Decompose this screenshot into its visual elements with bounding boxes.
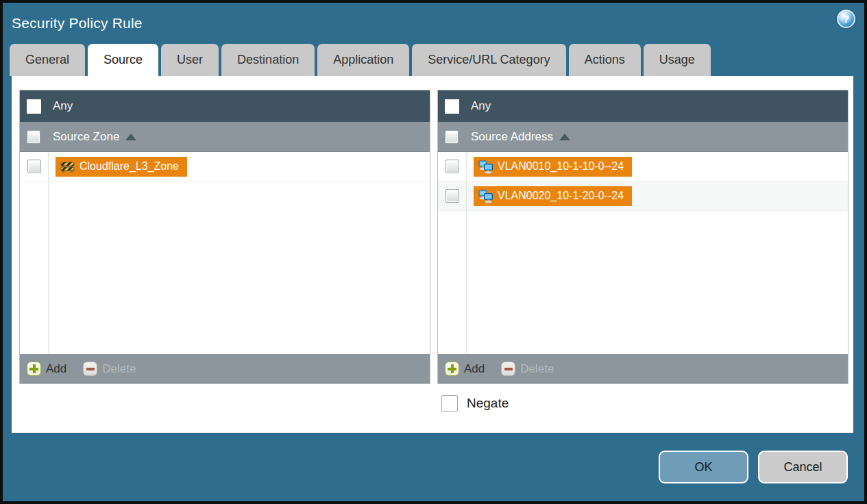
address-icon — [478, 189, 493, 203]
minus-icon — [83, 362, 97, 376]
address-tag-label: VLAN0010_10-1-10-0--24 — [498, 160, 624, 173]
source-tab-content: Any Source Zone — [12, 76, 853, 433]
sort-ascending-icon — [125, 134, 136, 140]
dialog-button-bar: OK Cancel — [3, 431, 864, 501]
negate-label: Negate — [467, 396, 509, 411]
source-address-any-header: Any — [438, 90, 848, 122]
source-zone-row-checkbox[interactable] — [27, 160, 41, 173]
source-address-any-checkbox[interactable] — [445, 99, 459, 114]
tab-destination[interactable]: Destination — [221, 44, 315, 76]
address-tag[interactable]: VLAN0010_10-1-10-0--24 — [474, 157, 632, 177]
source-address-footer: Add Delete — [438, 354, 848, 383]
add-zone-button[interactable]: Add — [27, 362, 66, 376]
source-address-select-all-checkbox[interactable] — [445, 130, 459, 144]
plus-icon — [445, 362, 459, 376]
source-zone-column-label[interactable]: Source Zone — [53, 130, 119, 144]
security-policy-rule-dialog: Security Policy Rule ? General Source Us… — [3, 3, 864, 501]
source-zone-any-checkbox[interactable] — [27, 99, 41, 114]
source-zone-row[interactable]: Cloudflare_L3_Zone — [20, 152, 430, 181]
tab-source[interactable]: Source — [88, 44, 158, 76]
negate-checkbox[interactable] — [441, 395, 458, 412]
checkbox-column-divider — [466, 152, 467, 354]
tab-bar: General Source User Destination Applicat… — [3, 44, 864, 76]
address-tag-label: VLAN0020_10-1-20-0--24 — [498, 190, 624, 202]
source-address-row[interactable]: VLAN0010_10-1-10-0--24 — [438, 152, 848, 181]
tab-application[interactable]: Application — [317, 44, 409, 76]
ok-button[interactable]: OK — [659, 451, 748, 483]
zone-tag[interactable]: Cloudflare_L3_Zone — [56, 157, 187, 177]
tab-actions[interactable]: Actions — [569, 44, 641, 76]
add-address-button[interactable]: Add — [445, 362, 485, 376]
dialog-title: Security Policy Rule — [12, 15, 143, 32]
source-address-column-header: Source Address — [438, 122, 848, 152]
source-zone-panel: Any Source Zone — [19, 90, 430, 384]
source-zone-footer: Add Delete — [20, 354, 430, 383]
minus-icon — [501, 362, 515, 376]
dialog-titlebar: Security Policy Rule — [3, 3, 864, 44]
address-icon — [478, 160, 493, 174]
source-address-panel: Any Source Address — [437, 90, 848, 384]
tab-general[interactable]: General — [10, 44, 85, 76]
delete-zone-button[interactable]: Delete — [83, 362, 136, 376]
source-address-row[interactable]: VLAN0020_10-1-20-0--24 — [438, 181, 848, 211]
source-zone-list: Cloudflare_L3_Zone — [20, 152, 430, 354]
source-zone-any-header: Any — [20, 90, 430, 122]
source-address-any-label: Any — [471, 99, 491, 113]
plus-icon — [27, 362, 41, 376]
delete-address-button[interactable]: Delete — [501, 362, 554, 376]
tab-usage[interactable]: Usage — [644, 44, 711, 76]
sort-ascending-icon — [559, 134, 570, 140]
source-address-list: VLAN0010_10-1-10-0--24 — [438, 152, 848, 354]
source-address-row-checkbox[interactable] — [445, 189, 459, 203]
checkbox-column-divider — [48, 152, 49, 354]
zone-tag-label: Cloudflare_L3_Zone — [80, 160, 179, 173]
source-address-column-label[interactable]: Source Address — [471, 130, 553, 144]
source-zone-column-header: Source Zone — [20, 122, 430, 152]
negate-option: Negate — [441, 395, 853, 412]
tab-service-url-category[interactable]: Service/URL Category — [412, 44, 565, 76]
address-tag[interactable]: VLAN0020_10-1-20-0--24 — [474, 186, 632, 206]
screenshot-frame: Security Policy Rule ? General Source Us… — [0, 0, 867, 504]
help-icon[interactable]: ? — [837, 10, 855, 28]
zone-icon — [60, 160, 75, 174]
tab-user[interactable]: User — [161, 44, 219, 76]
cancel-button[interactable]: Cancel — [758, 451, 848, 483]
source-address-row-checkbox[interactable] — [445, 160, 459, 173]
source-zone-select-all-checkbox[interactable] — [27, 130, 40, 144]
source-zone-any-label: Any — [53, 99, 73, 113]
